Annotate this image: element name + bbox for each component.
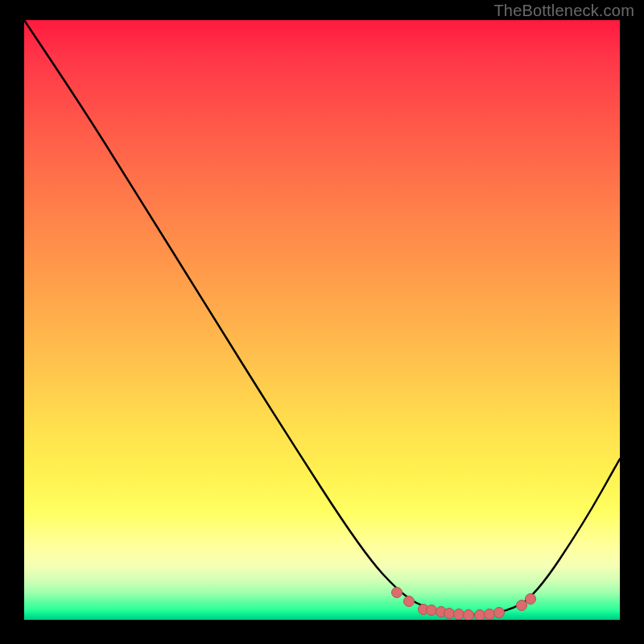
curve-marker bbox=[444, 609, 455, 619]
curve-marker bbox=[454, 609, 464, 620]
curve-marker bbox=[475, 610, 485, 621]
curve-marker bbox=[464, 610, 474, 621]
chart-svg bbox=[24, 20, 620, 620]
curve-marker bbox=[485, 609, 495, 620]
curve-markers bbox=[392, 588, 536, 621]
curve-marker bbox=[526, 594, 536, 605]
watermark-text: TheBottleneck.com bbox=[493, 2, 634, 20]
curve-path bbox=[24, 20, 620, 615]
curve-marker bbox=[494, 608, 505, 618]
chart-area bbox=[24, 20, 620, 620]
curve-marker bbox=[427, 605, 437, 616]
curve-marker bbox=[392, 588, 402, 598]
curve-marker bbox=[404, 597, 415, 607]
curve-marker bbox=[517, 601, 527, 611]
